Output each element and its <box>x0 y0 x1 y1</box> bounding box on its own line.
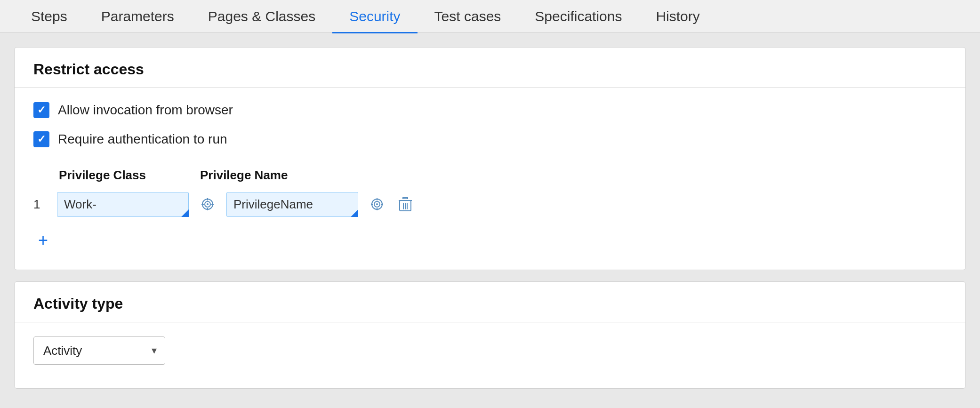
col-number-header <box>33 164 52 188</box>
require-auth-label: Require authentication to run <box>58 132 227 147</box>
content-area: Restrict access Allow invocation from br… <box>0 33 980 403</box>
privilege-class-target-cell <box>193 188 222 221</box>
privilege-name-cell <box>222 188 363 221</box>
tab-test-cases[interactable]: Test cases <box>418 0 518 33</box>
require-auth-checkbox[interactable] <box>33 131 49 147</box>
target-icon-2 <box>370 198 384 211</box>
privilege-name-target-btn[interactable] <box>368 195 386 214</box>
delete-row-cell <box>391 188 419 221</box>
row-number: 1 <box>33 188 52 221</box>
tab-security[interactable]: Security <box>332 0 417 33</box>
table-row: 1 <box>33 188 419 221</box>
privilege-class-cell <box>52 188 193 221</box>
restrict-access-body: Allow invocation from browser Require au… <box>15 88 965 270</box>
privilege-class-input[interactable] <box>57 192 189 217</box>
privilege-class-target-btn[interactable] <box>198 195 217 214</box>
restrict-access-title: Restrict access <box>15 48 965 88</box>
activity-type-body: Activity Service Connector <box>15 322 965 388</box>
privilege-name-input[interactable] <box>226 192 358 217</box>
allow-invocation-row: Allow invocation from browser <box>33 102 947 118</box>
svg-point-9 <box>376 203 378 205</box>
tab-history[interactable]: History <box>639 0 716 33</box>
trash-icon <box>399 197 412 212</box>
require-auth-row: Require authentication to run <box>33 131 947 147</box>
add-privilege-btn[interactable]: + <box>33 230 53 251</box>
tab-steps[interactable]: Steps <box>14 0 84 33</box>
tab-bar: Steps Parameters Pages & Classes Securit… <box>0 0 980 33</box>
activity-type-select[interactable]: Activity Service Connector <box>33 336 165 365</box>
target-icon <box>201 198 214 211</box>
tab-pages-classes[interactable]: Pages & Classes <box>191 0 332 33</box>
privilege-table: Privilege Class Privilege Name 1 <box>33 164 419 221</box>
privilege-name-target-cell <box>363 188 391 221</box>
delete-row-btn[interactable] <box>396 194 415 215</box>
svg-point-2 <box>207 203 209 205</box>
restrict-access-card: Restrict access Allow invocation from br… <box>14 47 966 270</box>
allow-invocation-checkbox[interactable] <box>33 102 49 118</box>
activity-type-card: Activity type Activity Service Connector <box>14 281 966 389</box>
privilege-class-corner <box>181 209 189 217</box>
tab-parameters[interactable]: Parameters <box>84 0 191 33</box>
privilege-name-corner <box>351 209 358 217</box>
activity-type-title: Activity type <box>15 282 965 322</box>
col-privilege-class-header: Privilege Class <box>52 164 193 188</box>
tab-specifications[interactable]: Specifications <box>518 0 639 33</box>
allow-invocation-label: Allow invocation from browser <box>58 103 233 118</box>
col-privilege-name-header: Privilege Name <box>193 164 419 188</box>
activity-select-wrapper: Activity Service Connector <box>33 336 165 365</box>
